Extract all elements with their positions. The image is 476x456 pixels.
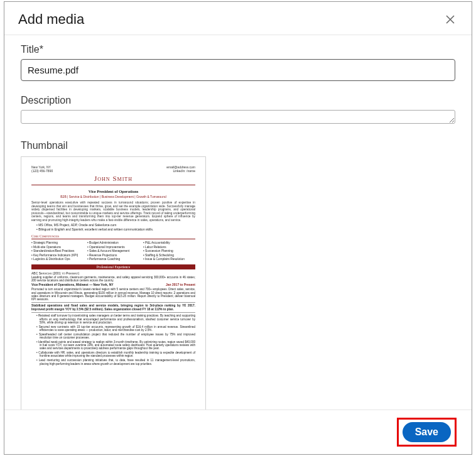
resume-company-desc: Leading supplier of uniforms, cleanroom … bbox=[31, 276, 195, 283]
resume-bullet: • Retained staff turnover by incentivizi… bbox=[36, 314, 195, 324]
resume-job-dates: Jan 2017 to Present bbox=[166, 283, 195, 287]
title-input[interactable] bbox=[21, 59, 455, 81]
resume-bullet: • Identified weak points and eased strat… bbox=[36, 340, 195, 350]
resume-bullet: • Lead mentoring and succession planning… bbox=[36, 359, 195, 366]
resume-linkedin: LinkedIn: /name bbox=[166, 170, 195, 173]
resume-bullet: • Secured new contracts with 15 top-tier… bbox=[36, 325, 195, 332]
title-field: Title* bbox=[21, 44, 455, 81]
resume-name: John Smith bbox=[31, 175, 195, 183]
title-label: Title* bbox=[21, 44, 455, 55]
resume-job-title: Vice President of Operations, Midwest — … bbox=[31, 283, 114, 287]
modal-header: Add media bbox=[4, 2, 472, 35]
resume-bullet: • Collaborate with HR, sales, and operat… bbox=[36, 351, 195, 358]
thumbnail-section: Thumbnail New York, NY (123) 456-7890 em… bbox=[21, 140, 455, 410]
save-button[interactable]: Save bbox=[403, 422, 451, 442]
thumbnail-label: Thumbnail bbox=[21, 140, 455, 151]
resume-headline: Vice President of Operations bbox=[31, 189, 195, 193]
resume-bullet: • Spearheaded call center consolidation … bbox=[36, 333, 195, 340]
thumbnail-preview: New York, NY (123) 456-7890 email@addres… bbox=[21, 156, 206, 410]
description-label: Description bbox=[21, 95, 455, 106]
resume-exp-band: Professional Experience bbox=[31, 264, 195, 269]
save-highlight-box: Save bbox=[397, 418, 457, 447]
resume-phone: (123) 456-7890 bbox=[31, 170, 53, 173]
modal-footer: Save bbox=[4, 410, 472, 454]
resume-core-hdr: Core Competencies bbox=[31, 234, 195, 239]
resume-summary: Senior-level operations executive with r… bbox=[31, 201, 195, 222]
description-field: Description bbox=[21, 95, 455, 126]
resume-job-emph: Stabilized operations and fixed sales an… bbox=[31, 304, 195, 311]
modal-body[interactable]: Title* Description Thumbnail New York, N… bbox=[4, 35, 472, 410]
resume-core-cols: • Strategic Planning • Multi-site Operat… bbox=[31, 241, 195, 262]
resume-tagline: B2B | Service & Distribution | Business … bbox=[31, 195, 195, 199]
modal-title: Add media bbox=[18, 11, 84, 28]
description-input[interactable] bbox=[21, 110, 455, 124]
close-icon[interactable] bbox=[441, 11, 459, 28]
add-media-modal: Add media Title* Description Thumbnail N… bbox=[4, 1, 472, 455]
resume-document: New York, NY (123) 456-7890 email@addres… bbox=[31, 166, 195, 366]
resume-job-desc: Promoted to turn around organization's l… bbox=[31, 288, 195, 301]
resume-summary-b2: • Bilingual in English and Spanish; exce… bbox=[36, 228, 195, 232]
